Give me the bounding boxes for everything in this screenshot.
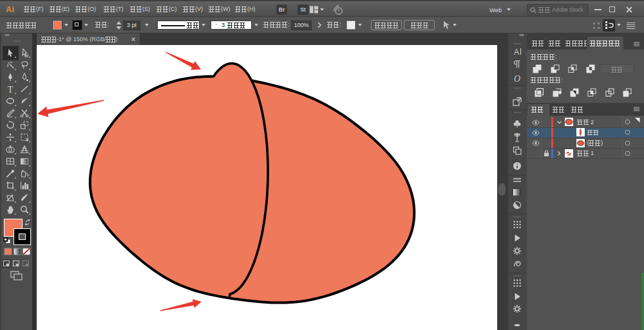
svg-text:O: O xyxy=(514,74,520,84)
svg-text:A: A xyxy=(514,48,519,57)
svg-text:T: T xyxy=(8,85,14,95)
